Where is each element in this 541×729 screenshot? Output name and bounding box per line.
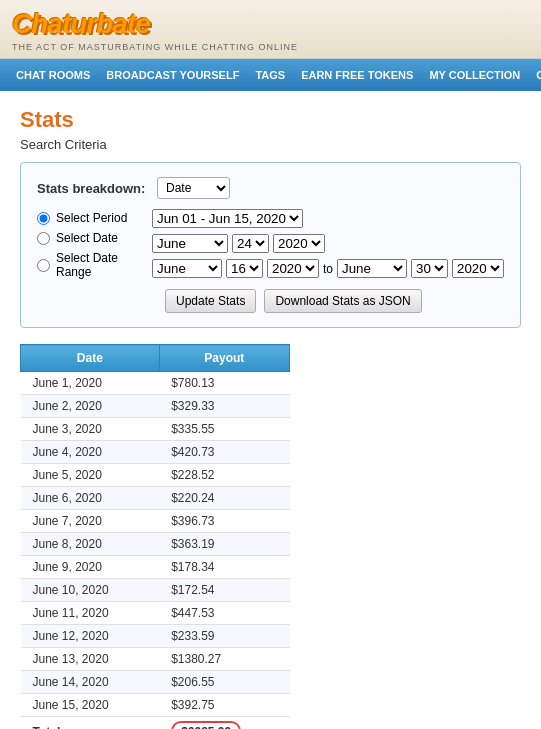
period-line: Jun 01 - Jun 15, 2020 — [152, 209, 504, 228]
total-label: Total — [21, 717, 160, 730]
range-month1-select[interactable]: JuneJanuary — [152, 259, 222, 278]
cell-payout: $392.75 — [159, 694, 289, 717]
table-row: June 8, 2020$363.19 — [21, 533, 290, 556]
nav-bar: CHAT ROOMS BROADCAST YOURSELF TAGS EARN … — [0, 59, 541, 91]
section-label: Search Criteria — [20, 137, 521, 152]
cell-date: June 7, 2020 — [21, 510, 160, 533]
total-row: Total $6085.99 — [21, 717, 290, 730]
table-row: June 7, 2020$396.73 — [21, 510, 290, 533]
radio-range-label: Select Date Range — [56, 251, 144, 279]
date-month-select[interactable]: JuneJanuaryFebruaryMarch — [152, 234, 228, 253]
range-to-label: to — [323, 262, 333, 276]
table-row: June 10, 2020$172.54 — [21, 579, 290, 602]
stats-table: Date Payout June 1, 2020$780.13June 2, 2… — [20, 344, 290, 729]
cell-payout: $1380.27 — [159, 648, 289, 671]
cell-date: June 15, 2020 — [21, 694, 160, 717]
cell-date: June 1, 2020 — [21, 372, 160, 395]
tagline: THE ACT OF MASTURBATING WHILE CHATTING O… — [12, 42, 529, 52]
table-row: June 14, 2020$206.55 — [21, 671, 290, 694]
content: Stats Search Criteria Stats breakdown: D… — [0, 91, 541, 729]
breakdown-label: Stats breakdown: — [37, 181, 157, 196]
cell-payout: $228.52 — [159, 464, 289, 487]
breakdown-select[interactable]: Date Hour Country User — [157, 177, 230, 199]
table-row: June 3, 2020$335.55 — [21, 418, 290, 441]
cell-date: June 4, 2020 — [21, 441, 160, 464]
cell-payout: $206.55 — [159, 671, 289, 694]
radio-period-label: Select Period — [56, 211, 127, 225]
total-value-cell: $6085.99 — [159, 717, 289, 730]
cell-date: June 3, 2020 — [21, 418, 160, 441]
page-title: Stats — [20, 107, 521, 133]
cell-date: June 12, 2020 — [21, 625, 160, 648]
breakdown-row: Stats breakdown: Date Hour Country User — [37, 177, 504, 199]
col-date: Date — [21, 345, 160, 372]
cell-payout: $363.19 — [159, 533, 289, 556]
cell-payout: $220.24 — [159, 487, 289, 510]
period-controls: Jun 01 - Jun 15, 2020 JuneJanuaryFebruar… — [152, 209, 504, 278]
table-row: June 6, 2020$220.24 — [21, 487, 290, 510]
total-value: $6085.99 — [171, 721, 241, 729]
table-row: June 4, 2020$420.73 — [21, 441, 290, 464]
table-row: June 11, 2020$447.53 — [21, 602, 290, 625]
radio-select-date[interactable]: Select Date — [37, 231, 144, 245]
cell-payout: $178.34 — [159, 556, 289, 579]
cell-payout: $780.13 — [159, 372, 289, 395]
date-line: JuneJanuaryFebruaryMarch 2411530 2020201… — [152, 234, 504, 253]
nav-broadcast[interactable]: BROADCAST YOURSELF — [98, 59, 247, 91]
table-row: June 9, 2020$178.34 — [21, 556, 290, 579]
nav-earn-tokens[interactable]: EARN FREE TOKENS — [293, 59, 421, 91]
cell-payout: $329.33 — [159, 395, 289, 418]
cell-date: June 14, 2020 — [21, 671, 160, 694]
cell-payout: $420.73 — [159, 441, 289, 464]
radio-select-range[interactable]: Select Date Range — [37, 251, 144, 279]
table-row: June 15, 2020$392.75 — [21, 694, 290, 717]
cell-date: June 9, 2020 — [21, 556, 160, 579]
nav-tags[interactable]: TAGS — [247, 59, 293, 91]
radio-group: Select Period Select Date Select Date Ra… — [37, 211, 144, 279]
download-stats-button[interactable]: Download Stats as JSON — [264, 289, 421, 313]
cell-date: June 2, 2020 — [21, 395, 160, 418]
cell-date: June 13, 2020 — [21, 648, 160, 671]
date-day-select[interactable]: 2411530 — [232, 234, 269, 253]
col-payout: Payout — [159, 345, 289, 372]
radio-range-input[interactable] — [37, 259, 50, 272]
nav-swag[interactable]: CB SWAG — [528, 59, 541, 91]
cell-payout: $233.59 — [159, 625, 289, 648]
cell-payout: $172.54 — [159, 579, 289, 602]
logo: Chaturbate — [12, 8, 150, 40]
cell-date: June 6, 2020 — [21, 487, 160, 510]
cell-payout: $447.53 — [159, 602, 289, 625]
range-day1-select[interactable]: 161 — [226, 259, 263, 278]
period-select[interactable]: Jun 01 - Jun 15, 2020 — [152, 209, 303, 228]
update-stats-button[interactable]: Update Stats — [165, 289, 256, 313]
cell-date: June 8, 2020 — [21, 533, 160, 556]
range-day2-select[interactable]: 301 — [411, 259, 448, 278]
criteria-box: Stats breakdown: Date Hour Country User … — [20, 162, 521, 328]
radio-select-period[interactable]: Select Period — [37, 211, 144, 225]
cell-payout: $335.55 — [159, 418, 289, 441]
table-row: June 2, 2020$329.33 — [21, 395, 290, 418]
cell-date: June 5, 2020 — [21, 464, 160, 487]
nav-collection[interactable]: MY COLLECTION — [421, 59, 528, 91]
radio-date-input[interactable] — [37, 232, 50, 245]
table-row: June 13, 2020$1380.27 — [21, 648, 290, 671]
range-year2-select[interactable]: 20202019 — [452, 259, 504, 278]
range-year1-select[interactable]: 20202019 — [267, 259, 319, 278]
date-year-select[interactable]: 20202019 — [273, 234, 325, 253]
range-month2-select[interactable]: JuneJanuary — [337, 259, 407, 278]
range-line: JuneJanuary 161 20202019 to JuneJanuary … — [152, 259, 504, 278]
radio-period-input[interactable] — [37, 212, 50, 225]
nav-chat-rooms[interactable]: CHAT ROOMS — [8, 59, 98, 91]
cell-payout: $396.73 — [159, 510, 289, 533]
cell-date: June 10, 2020 — [21, 579, 160, 602]
button-row: Update Stats Download Stats as JSON — [165, 289, 504, 313]
cell-date: June 11, 2020 — [21, 602, 160, 625]
table-row: June 12, 2020$233.59 — [21, 625, 290, 648]
table-header-row: Date Payout — [21, 345, 290, 372]
radio-date-label: Select Date — [56, 231, 118, 245]
table-row: June 5, 2020$228.52 — [21, 464, 290, 487]
table-row: June 1, 2020$780.13 — [21, 372, 290, 395]
period-section: Select Period Select Date Select Date Ra… — [37, 209, 504, 279]
header: Chaturbate THE ACT OF MASTURBATING WHILE… — [0, 0, 541, 59]
